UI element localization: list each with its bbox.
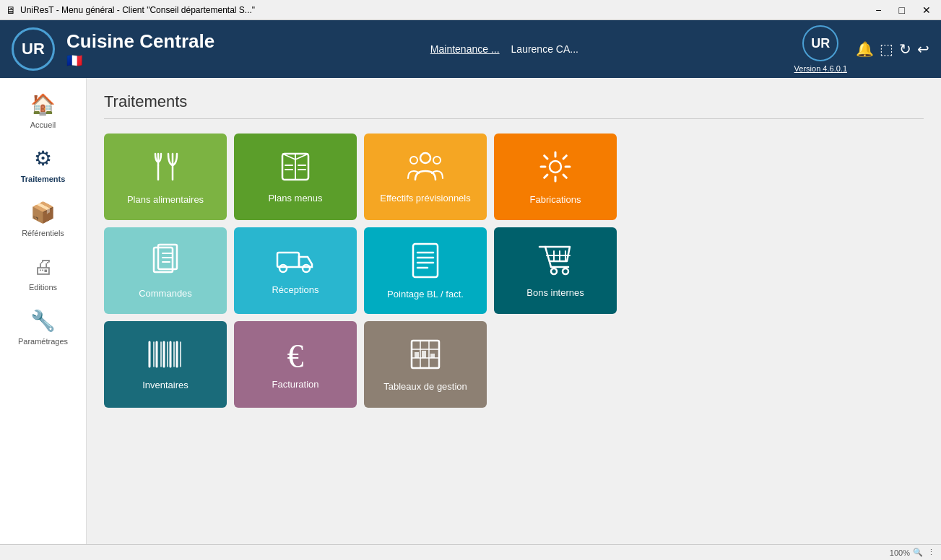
title-bar: 🖥 UniResT - Menu général - Client "Conse… xyxy=(0,0,941,20)
svg-rect-22 xyxy=(413,244,438,277)
minimize-button[interactable]: − xyxy=(871,3,885,17)
page-title: Traitements xyxy=(104,92,924,119)
close-button[interactable]: ✕ xyxy=(918,3,935,17)
header: UR Cuisine Centrale 🇫🇷 Maintenance ... L… xyxy=(0,20,941,78)
resize-handle: ⋮ xyxy=(927,548,935,557)
menu-book-icon xyxy=(279,151,311,187)
sidebar-item-accueil[interactable]: 🏠 Accueil xyxy=(0,84,86,138)
tile-bons-internes[interactable]: Bons internes xyxy=(494,227,617,314)
back-icon[interactable]: ↩ xyxy=(917,40,929,58)
tile-label-effectifs: Effectifs prévisionnels xyxy=(374,193,477,204)
sidebar-item-editions[interactable]: 🖨 Editions xyxy=(0,246,86,300)
svg-point-13 xyxy=(550,161,561,172)
sidebar-item-traitements[interactable]: ⚙ Traitements xyxy=(0,138,86,192)
tile-receptions[interactable]: Réceptions xyxy=(234,227,357,314)
tile-plans-alimentaires[interactable]: Plans alimentaires xyxy=(104,134,227,220)
sidebar: 🏠 Accueil ⚙ Traitements 📦 Référentiels 🖨… xyxy=(0,78,87,560)
sidebar-label-accueil: Accueil xyxy=(30,121,56,129)
svg-rect-50 xyxy=(430,354,435,358)
tile-plans-menus[interactable]: Plans menus xyxy=(234,134,357,220)
logo: UR xyxy=(12,27,55,71)
tile-label-inventaires: Inventaires xyxy=(136,380,194,390)
zoom-icon: 🔍 xyxy=(913,548,923,557)
people-icon xyxy=(407,151,444,187)
tile-pointage-bl[interactable]: Pointage BL / fact. xyxy=(364,227,487,314)
tile-commandes[interactable]: Commandes xyxy=(104,227,227,314)
maintenance-link[interactable]: Maintenance ... xyxy=(430,43,500,55)
tile-label-plans-alimentaires: Plans alimentaires xyxy=(121,194,209,205)
invoice-icon xyxy=(410,242,441,283)
cube-icon: 📦 xyxy=(30,201,56,224)
svg-rect-49 xyxy=(422,351,426,358)
tile-fabrications[interactable]: Fabrications xyxy=(494,134,617,220)
sidebar-label-traitements: Traitements xyxy=(21,175,66,183)
sidebar-item-parametrages[interactable]: 🔧 Paramétrages xyxy=(0,300,86,354)
flag: 🇫🇷 xyxy=(66,53,214,69)
sidebar-label-parametrages: Paramétrages xyxy=(18,337,68,346)
document-icon xyxy=(149,243,181,282)
print-icon: 🖨 xyxy=(33,255,53,279)
header-logo-right: UR Version 4.6.0.1 xyxy=(794,25,847,73)
content-area: Traitements Plans alimentaires xyxy=(87,78,941,560)
app-icon: 🖥 xyxy=(6,4,16,16)
tile-label-commandes: Commandes xyxy=(133,288,198,299)
svg-point-10 xyxy=(420,153,430,163)
tile-label-fabrications: Fabrications xyxy=(524,194,587,205)
sidebar-item-referentiels[interactable]: 📦 Référentiels xyxy=(0,192,86,246)
svg-point-32 xyxy=(563,268,568,274)
logo-small: UR xyxy=(802,25,838,61)
tiles-grid: Plans alimentaires Plans m xyxy=(104,134,924,408)
euro-icon: € xyxy=(287,340,304,373)
svg-rect-48 xyxy=(415,352,419,358)
tile-inventaires[interactable]: Inventaires xyxy=(104,321,227,408)
user-name: Laurence CA... xyxy=(511,43,578,55)
barcode-icon xyxy=(147,339,184,374)
tile-label-bons-internes: Bons internes xyxy=(521,287,590,298)
tile-label-pointage-bl: Pointage BL / fact. xyxy=(381,289,469,299)
window-title: UniResT - Menu général - Client "Conseil… xyxy=(20,5,255,15)
tile-facturation[interactable]: € Facturation xyxy=(234,321,357,408)
main-layout: 🏠 Accueil ⚙ Traitements 📦 Référentiels 🖨… xyxy=(0,78,941,560)
zoom-level: 100% xyxy=(890,548,910,557)
maximize-button[interactable]: □ xyxy=(895,3,909,17)
gear-icon: ⚙ xyxy=(34,146,52,170)
gear-large-icon xyxy=(538,149,573,188)
fork-knife-icon xyxy=(148,149,183,188)
tile-label-tableaux-gestion: Tableaux de gestion xyxy=(378,381,473,392)
app-title: Cuisine Centrale xyxy=(66,30,214,53)
chart-icon xyxy=(409,338,442,375)
status-bar: 100% 🔍 ⋮ xyxy=(0,544,941,560)
refresh-icon[interactable]: ↻ xyxy=(899,40,911,58)
tile-tableaux-gestion[interactable]: Tableaux de gestion xyxy=(364,321,487,408)
version-label: Version 4.6.0.1 xyxy=(794,64,847,73)
svg-point-12 xyxy=(433,157,441,164)
svg-point-11 xyxy=(410,157,417,164)
tile-effectifs[interactable]: Effectifs prévisionnels xyxy=(364,134,487,220)
notifications-icon[interactable]: 🔔 xyxy=(856,40,874,58)
svg-point-31 xyxy=(551,268,557,274)
sidebar-label-editions: Editions xyxy=(29,283,57,292)
cart-icon xyxy=(537,244,574,281)
wrench-icon: 🔧 xyxy=(30,309,56,333)
svg-point-20 xyxy=(279,265,287,272)
tile-label-plans-menus: Plans menus xyxy=(262,193,328,204)
home-icon: 🏠 xyxy=(30,92,56,116)
tile-label-receptions: Réceptions xyxy=(266,284,324,295)
truck-icon xyxy=(276,247,315,279)
sidebar-label-referentiels: Référentiels xyxy=(22,229,64,237)
svg-point-21 xyxy=(303,265,310,272)
logout-icon[interactable]: ⬚ xyxy=(880,40,893,58)
tile-label-facturation: Facturation xyxy=(266,379,324,390)
